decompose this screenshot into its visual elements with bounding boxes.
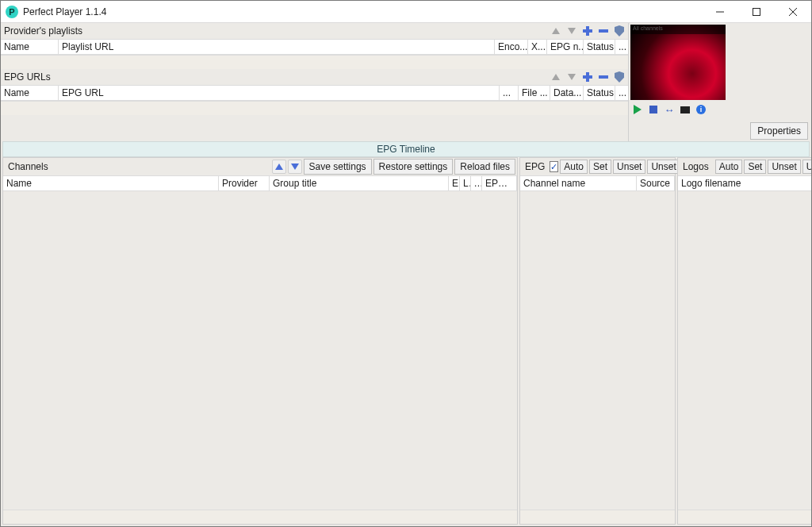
col-e[interactable]: E — [449, 176, 460, 190]
channels-column-headers: Name Provider Group title E L ... EPG ..… — [3, 175, 517, 191]
info-icon: i — [696, 105, 706, 114]
logos-auto-button[interactable]: Auto — [715, 160, 743, 174]
preview-pane[interactable]: All channels — [630, 25, 726, 100]
col-source[interactable]: Source — [637, 176, 675, 190]
epgurls-add-button[interactable] — [580, 70, 595, 84]
save-settings-button[interactable]: Save settings — [304, 159, 372, 175]
epg-scrollbar[interactable] — [520, 510, 675, 524]
playlists-move-up-button[interactable] — [549, 24, 563, 38]
arrow-up-icon — [552, 28, 560, 34]
epg-label: EPG — [522, 161, 548, 172]
epgurls-header-label: EPG URLs — [4, 71, 549, 83]
col-epg[interactable]: EPG ... — [482, 176, 517, 190]
logos-list[interactable] — [678, 191, 811, 510]
close-button[interactable] — [775, 1, 811, 22]
arrow-down-icon — [291, 163, 299, 170]
channels-scrollbar[interactable] — [3, 510, 517, 524]
logos-column-headers: Logo filename — [678, 175, 811, 191]
channels-panel: Channels Save settings Restore settings … — [2, 157, 518, 525]
arrow-up-icon — [552, 74, 560, 80]
col-enco[interactable]: Enco... — [495, 40, 528, 54]
reload-files-button[interactable]: Reload files — [454, 159, 515, 175]
col-x[interactable]: X... — [528, 40, 547, 54]
channels-move-down-button[interactable] — [288, 160, 302, 174]
check-icon: ✓ — [550, 163, 557, 171]
col-group[interactable]: Group title — [270, 176, 449, 190]
col-name[interactable]: Name — [3, 176, 219, 190]
epg-timeline[interactable]: EPG Timeline — [2, 141, 810, 157]
col-logo-filename[interactable]: Logo filename — [678, 176, 811, 190]
col-status[interactable]: Status — [584, 40, 615, 54]
app-window: P Perfect Player 1.1.4 Provider's playli… — [0, 0, 812, 527]
epgurls-move-up-button[interactable] — [549, 70, 563, 84]
epg-auto-button[interactable]: Auto — [560, 160, 588, 174]
arrow-down-icon — [568, 74, 576, 80]
col-url[interactable]: Playlist URL — [59, 40, 495, 54]
col-name[interactable]: Name — [1, 40, 59, 54]
play-button[interactable] — [630, 103, 645, 116]
col-name[interactable]: Name — [1, 86, 59, 100]
plus-icon — [583, 72, 592, 82]
svg-rect-1 — [753, 8, 760, 15]
logos-unset-button[interactable]: Unset — [768, 160, 800, 174]
col-channel-name[interactable]: Channel name — [520, 176, 637, 190]
epgurls-scrollbar[interactable] — [1, 101, 628, 115]
logos-label: Logos — [680, 161, 712, 172]
col-status[interactable]: Status — [584, 86, 615, 100]
fullscreen-button[interactable] — [678, 103, 692, 116]
window-title: Perfect Player 1.1.4 — [23, 6, 702, 17]
arrow-down-icon — [568, 28, 576, 34]
col-dots[interactable]: ... — [471, 176, 482, 190]
logos-scrollbar[interactable] — [678, 510, 811, 524]
epg-set-button[interactable]: Set — [589, 160, 611, 174]
playlists-column-headers: Name Playlist URL Enco... X... EPG n... … — [1, 39, 628, 55]
epg-panel: EPG ✓ Auto Set Unset Unset all Channel n… — [519, 157, 676, 525]
col-more2[interactable]: ... — [615, 86, 628, 100]
playlists-header-label: Provider's playlists — [4, 25, 549, 37]
playlists-shield-button[interactable] — [612, 24, 626, 38]
playlists-header: Provider's playlists — [1, 23, 628, 39]
logos-set-button[interactable]: Set — [744, 160, 766, 174]
logos-unsetall-button[interactable]: Unset all — [802, 160, 811, 174]
col-file[interactable]: File ... — [519, 86, 550, 100]
epgurls-column-headers: Name EPG URL ... File ... Data... Status… — [1, 85, 628, 101]
stop-button[interactable] — [646, 103, 661, 116]
info-button[interactable]: i — [694, 103, 708, 116]
minimize-button[interactable] — [702, 1, 738, 22]
epg-unset-button[interactable]: Unset — [613, 160, 645, 174]
preview-caption: All channels — [633, 25, 663, 31]
channels-move-up-button[interactable] — [272, 160, 286, 174]
restore-settings-button[interactable]: Restore settings — [373, 159, 454, 175]
maximize-button[interactable] — [738, 1, 775, 22]
properties-button[interactable]: Properties — [750, 122, 808, 140]
col-l[interactable]: L — [460, 176, 471, 190]
player-controls: ↔ i — [629, 102, 727, 117]
channels-label: Channels — [5, 161, 52, 172]
epgurls-move-down-button[interactable] — [565, 70, 579, 84]
col-provider[interactable]: Provider — [219, 176, 270, 190]
col-url[interactable]: EPG URL — [59, 86, 500, 100]
shield-icon — [615, 71, 624, 83]
playlists-remove-button[interactable] — [596, 24, 611, 38]
plus-icon — [583, 26, 592, 36]
col-more1[interactable]: ... — [500, 86, 519, 100]
logos-panel: Logos Auto Set Unset Unset all Logo file… — [677, 157, 811, 525]
monitor-icon — [680, 106, 690, 113]
playlists-add-button[interactable] — [580, 24, 595, 38]
playlists-scrollbar[interactable] — [1, 55, 628, 69]
epg-list[interactable] — [520, 191, 675, 510]
col-more[interactable]: ... — [615, 40, 628, 54]
epg-column-headers: Channel name Source — [520, 175, 675, 191]
playlists-move-down-button[interactable] — [565, 24, 579, 38]
shield-icon — [615, 25, 624, 37]
minus-icon — [599, 29, 608, 33]
epgurls-shield-button[interactable] — [612, 70, 626, 84]
channels-list[interactable] — [3, 191, 517, 510]
epg-auto-checkbox[interactable]: ✓ — [550, 161, 558, 172]
prevnext-button[interactable]: ↔ — [662, 103, 676, 116]
epgurls-remove-button[interactable] — [596, 70, 611, 84]
minus-icon — [599, 75, 608, 79]
col-data[interactable]: Data... — [550, 86, 584, 100]
col-epg[interactable]: EPG n... — [547, 40, 584, 54]
prevnext-icon: ↔ — [665, 104, 675, 116]
